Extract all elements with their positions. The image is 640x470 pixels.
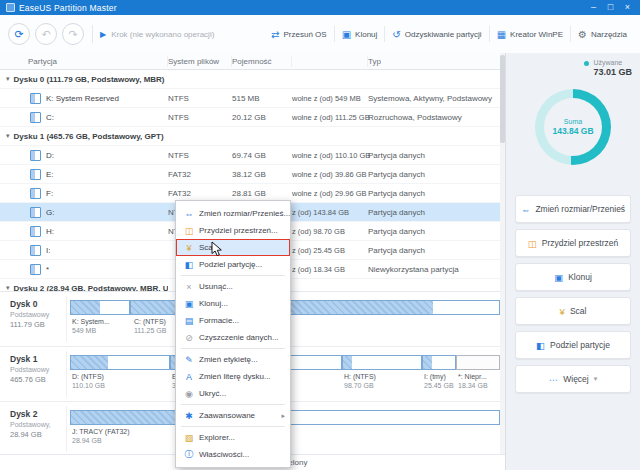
free-cell: z (od) 143.84 GB (292, 208, 368, 217)
disk-size: 28.94 GB (10, 430, 64, 439)
column-partition[interactable]: Partycja (6, 56, 168, 67)
partition-name: G: (46, 208, 54, 217)
menu-item-resize-move[interactable]: ⇔ Zmień rozmiar/Przenieś... (176, 205, 290, 222)
disk-name: Dysk 1 (10, 354, 64, 364)
type-cell: Partycja danych (368, 151, 499, 160)
undo-icon: ↶ (41, 28, 50, 41)
table-row[interactable]: E: FAT32 38.12 GB wolne z (od) 39.86 GB … (0, 165, 505, 184)
menu-item-split[interactable]: ◧ Podziel partycję... (176, 256, 290, 273)
winpe-icon: ▦ (497, 29, 506, 40)
app-logo-icon (6, 3, 15, 12)
used-dot-icon (584, 61, 589, 66)
column-filesystem[interactable]: System plików (168, 56, 232, 67)
menu-item-allocate-space[interactable]: ◫ Przydziel przestrzeń... (176, 222, 290, 239)
collapse-icon[interactable]: ▾ (6, 75, 10, 83)
tools-icon: ⚙ (578, 29, 587, 40)
disk-name: Dysk 2 (10, 409, 64, 419)
menu-item-change-label[interactable]: ✎ Zmień etykietę... (176, 351, 290, 368)
used-label: Używane (593, 59, 632, 66)
split-icon: ◧ (182, 260, 196, 270)
menu-item-delete[interactable]: × Usunąć... (176, 278, 290, 295)
menu-item-clone[interactable]: ▣ Klonuj... (176, 295, 290, 312)
label-icon: ✎ (182, 355, 196, 365)
collapse-icon[interactable]: ▾ (6, 132, 10, 140)
table-row[interactable]: K: System Reserved NTFS 515 MB wolne z (… (0, 89, 505, 108)
column-free[interactable] (292, 56, 368, 67)
menu-item-merge[interactable]: ¥ Scal... (176, 239, 290, 256)
merge-icon: ¥ (182, 243, 196, 253)
menu-item-format[interactable]: ▤ Formacie... (176, 312, 290, 329)
partition-name: F: (46, 189, 53, 198)
free-cell: z (od) 25.45 GB (292, 246, 368, 255)
diskmap-partition-d[interactable] (70, 355, 170, 370)
diskmap-partition-k[interactable] (70, 300, 130, 315)
disk-size: 111.79 GB (10, 320, 64, 329)
free-cell: wolne z (od) 549 MB (292, 94, 368, 103)
close-button[interactable]: × (619, 0, 636, 15)
redo-button[interactable]: ↷ (62, 23, 84, 45)
partition-icon (30, 207, 41, 218)
action-migrate-os[interactable]: ⇄ Przesuń OS (264, 29, 334, 40)
capacity-cell: 20.12 GB (232, 113, 292, 122)
free-cell: wolne z (od) 29.96 GB (292, 189, 368, 198)
clone-icon: ▣ (182, 299, 196, 309)
window-title: EaseUS Partition Master (19, 3, 117, 13)
usage-donut: Suma 143.84 GB (535, 89, 611, 165)
partition-name: C: (46, 113, 54, 122)
merge-button[interactable]: ¥ Scal (515, 297, 631, 325)
menu-item-advanced[interactable]: ✱ Zaawansowane ▸ (176, 407, 290, 424)
disk-kind: Podstawowy (10, 366, 64, 373)
free-cell: wolne z (od) 39.86 GB (292, 170, 368, 179)
diskmap-partition-h[interactable] (342, 355, 422, 370)
table-row[interactable]: D: NTFS 69.74 GB wolne z (od) 110.10 GB … (0, 146, 505, 165)
column-capacity[interactable]: Pojemność (232, 56, 292, 67)
refresh-button[interactable]: ⟳ (8, 23, 30, 45)
more-button[interactable]: ⋯ Więcej ▾ (515, 365, 631, 393)
menu-item-wipe-data[interactable]: ⊘ Czyszczenie danych... (176, 329, 290, 346)
partition-icon (30, 169, 41, 180)
free-cell: wolne z (od) 111.25 GB (292, 113, 368, 122)
type-cell: Systemowa, Aktywny, Podstawowy (368, 94, 499, 103)
table-header: Partycja System plików Pojemność Typ (0, 53, 505, 70)
partition-icon (30, 264, 41, 275)
disk-group-row[interactable]: ▾ Dysku 0 (111.79 GB, Podstawowy, MBR) (0, 70, 505, 89)
type-cell: Rozruchowa, Podstawowy (368, 113, 499, 122)
resize-move-button[interactable]: ⇔ Zmień rozmiar/Przenieś (515, 195, 631, 223)
explorer-icon: ▨ (182, 433, 196, 443)
more-icon: ⋯ (549, 374, 559, 385)
menu-item-properties[interactable]: ⓘ Właściwości... (176, 446, 290, 463)
split-button[interactable]: ◧ Podziel partycje (515, 331, 631, 359)
menu-item-explorer[interactable]: ▨ Explorer... (176, 429, 290, 446)
maximize-button[interactable]: □ (602, 0, 619, 15)
action-partition-recovery[interactable]: ↺ Odzyskiwanie partycji (385, 29, 488, 40)
window-controls: – □ × (585, 0, 636, 15)
type-cell: Partycja danych (368, 170, 499, 179)
clone-button[interactable]: ▣ Klonuj (515, 263, 631, 291)
capacity-cell: 38.12 GB (232, 170, 292, 179)
mouse-cursor (211, 241, 223, 257)
column-type[interactable]: Typ (368, 56, 499, 67)
free-cell: z (od) 98.70 GB (292, 227, 368, 236)
action-clone[interactable]: ▣ Klonuj (335, 29, 385, 40)
recovery-icon: ↺ (392, 29, 400, 40)
refresh-icon: ⟳ (14, 28, 23, 41)
fs-cell: NTFS (168, 151, 232, 160)
type-cell: Partycja danych (368, 189, 499, 198)
menu-item-hide[interactable]: ◉ Ukryć... (176, 385, 290, 402)
toolbar-left: ⟳ ↶ ↷ ▶ Krok (nie wykonano operacji) (0, 23, 214, 45)
diskmap-partition-unallocated[interactable] (456, 355, 500, 370)
used-value: 73.01 GB (593, 67, 632, 77)
disk-size: 465.76 GB (10, 375, 64, 384)
undo-button[interactable]: ↶ (35, 23, 57, 45)
action-tools[interactable]: ⚙ Narzędzia (571, 29, 634, 40)
disk-group-row[interactable]: ▾ Dysku 1 (465.76 GB, Podstawowy, GPT) (0, 127, 505, 146)
action-winpe-creator[interactable]: ▦ Kreator WinPE (490, 29, 570, 40)
disk-kind: Podstawowy (10, 311, 64, 318)
allocate-space-button[interactable]: ◫ Przydziel przestrzeń (515, 229, 631, 257)
free-cell: z (od) 18.34 GB (292, 265, 368, 274)
table-row[interactable]: C: NTFS 20.12 GB wolne z (od) 111.25 GB … (0, 108, 505, 127)
diskmap-partition-i[interactable] (422, 355, 456, 370)
sidebar: Używane 73.01 GB Suma 143.84 GB ⇔ Zmień … (505, 53, 640, 470)
menu-item-change-letter[interactable]: A Zmień literę dysku... (176, 368, 290, 385)
minimize-button[interactable]: – (585, 0, 602, 15)
